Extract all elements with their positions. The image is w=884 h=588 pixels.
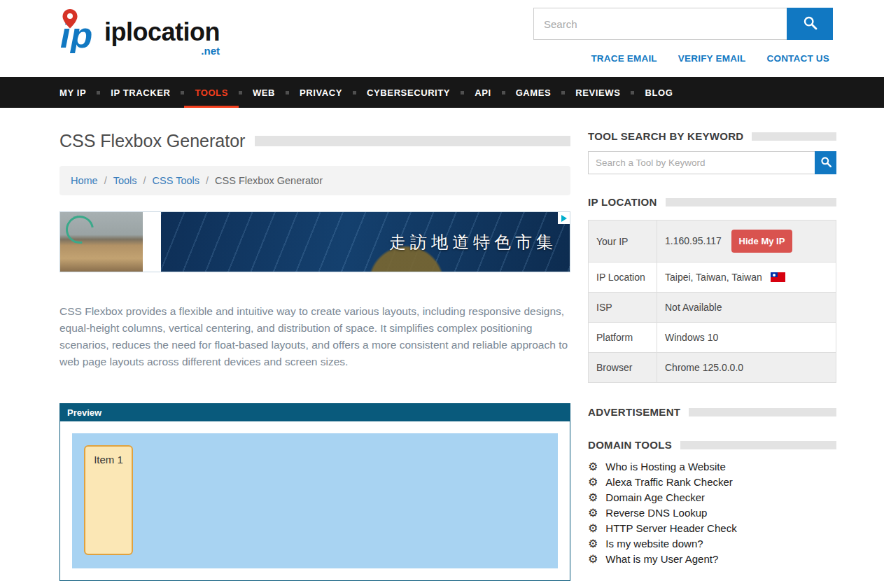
taiwan-flag-icon	[771, 272, 785, 282]
your-ip-value: 1.160.95.117	[665, 235, 722, 246]
nav-tools[interactable]: TOOLS	[184, 77, 239, 108]
title-row: CSS Flexbox Generator	[59, 131, 570, 151]
header-search-button[interactable]	[787, 8, 833, 40]
nav-cybersecurity[interactable]: CYBERSECURITY	[356, 77, 461, 108]
row-value: Not Available	[657, 293, 836, 323]
breadcrumb-tools[interactable]: Tools	[113, 175, 137, 186]
heading-decoration-bar	[680, 441, 836, 449]
header-search-input[interactable]	[533, 8, 787, 40]
search-icon	[820, 156, 832, 169]
domain-tool-item[interactable]: ⚙ Domain Age Checker	[588, 491, 836, 503]
domain-tool-item[interactable]: ⚙ Is my website down?	[588, 538, 836, 550]
nav-api[interactable]: API	[464, 77, 501, 108]
intro-paragraph: CSS Flexbox provides a flexible and intu…	[59, 303, 570, 370]
domain-tools-list: ⚙ Who is Hosting a Website ⚙ Alexa Traff…	[588, 461, 836, 565]
nav-web[interactable]: WEB	[242, 77, 286, 108]
trace-email-link[interactable]: TRACE EMAIL	[591, 53, 657, 64]
breadcrumb-separator: /	[206, 175, 209, 186]
row-label: Your IP	[589, 220, 657, 262]
content: CSS Flexbox Generator Home / Tools / CSS…	[0, 108, 884, 581]
domain-tools-heading-label: DOMAIN TOOLS	[588, 439, 672, 451]
header-search	[533, 8, 833, 40]
row-label: IP Location	[589, 262, 657, 293]
row-label: Browser	[589, 353, 657, 383]
site-header: ip iplocation.net TRACE EMAIL VERIFY EMA…	[0, 0, 884, 77]
adchoices-icon[interactable]	[558, 212, 570, 224]
table-row: Browser Chrome 125.0.0.0	[589, 353, 836, 383]
breadcrumb-separator: /	[104, 175, 107, 186]
hide-my-ip-button[interactable]: Hide My IP	[731, 230, 793, 253]
domain-tool-link[interactable]: Is my website down?	[605, 538, 703, 550]
domain-tool-link[interactable]: Domain Age Checker	[605, 491, 705, 503]
domain-tool-link[interactable]: Reverse DNS Lookup	[605, 507, 707, 519]
breadcrumb: Home / Tools / CSS Tools / CSS Flexbox G…	[59, 166, 570, 195]
main-nav: MY IP IP TRACKER TOOLS WEB PRIVACY CYBER…	[0, 77, 884, 108]
advertisement-heading: ADVERTISEMENT	[588, 406, 836, 418]
gear-icon: ⚙	[588, 507, 598, 519]
logo-text: iplocation.net	[104, 20, 220, 56]
domain-tool-link[interactable]: What is my User Agent?	[605, 553, 718, 565]
nav-privacy[interactable]: PRIVACY	[289, 77, 353, 108]
ip-location-value: Taipei, Taiwan, Taiwan	[665, 272, 762, 283]
logo[interactable]: ip iplocation.net	[59, 8, 220, 56]
tool-search-heading: TOOL SEARCH BY KEYWORD	[588, 130, 836, 142]
row-label: ISP	[589, 293, 657, 323]
domain-tool-item[interactable]: ⚙ Reverse DNS Lookup	[588, 507, 836, 519]
ad-gap	[143, 212, 161, 272]
preview-panel: Preview Item 1	[59, 403, 570, 581]
row-value: Windows 10	[657, 323, 836, 353]
breadcrumb-separator: /	[143, 175, 146, 186]
domain-tool-link[interactable]: Alexa Traffic Rank Checker	[605, 476, 732, 488]
table-row: Platform Windows 10	[589, 323, 836, 353]
gear-icon: ⚙	[588, 523, 598, 534]
breadcrumb-home[interactable]: Home	[71, 175, 98, 186]
advertisement-heading-label: ADVERTISEMENT	[588, 406, 680, 418]
domain-tools-heading: DOMAIN TOOLS	[588, 439, 836, 451]
gear-icon: ⚙	[588, 477, 598, 488]
domain-tool-item[interactable]: ⚙ Who is Hosting a Website	[588, 461, 836, 472]
domain-tool-link[interactable]: HTTP Server Header Check	[605, 522, 736, 534]
row-value: 1.160.95.117 Hide My IP	[657, 220, 836, 262]
preview-body: Item 1	[60, 421, 570, 580]
logo-name: iplocation	[104, 18, 220, 46]
domain-tool-item[interactable]: ⚙ What is my User Agent?	[588, 553, 836, 565]
table-row: IP Location Taipei, Taiwan, Taiwan	[589, 262, 836, 293]
gear-icon: ⚙	[588, 538, 598, 550]
ip-logo-pin-icon: ip	[59, 8, 103, 56]
header-links: TRACE EMAIL VERIFY EMAIL CONTACT US	[591, 53, 829, 64]
search-icon	[803, 15, 818, 32]
domain-tool-item[interactable]: ⚙ HTTP Server Header Check	[588, 522, 836, 534]
gear-icon: ⚙	[588, 554, 598, 565]
breadcrumb-css-tools[interactable]: CSS Tools	[153, 175, 199, 186]
tool-search-heading-label: TOOL SEARCH BY KEYWORD	[588, 130, 743, 142]
main-column: CSS Flexbox Generator Home / Tools / CSS…	[59, 108, 570, 581]
page-title: CSS Flexbox Generator	[59, 131, 245, 151]
ad-image-right: 走訪地道特色市集	[161, 212, 570, 272]
flex-item-1: Item 1	[84, 445, 133, 555]
gear-icon: ⚙	[588, 492, 598, 503]
preview-panel-header: Preview	[60, 404, 570, 421]
ip-location-heading: IP LOCATION	[588, 196, 836, 208]
nav-ip-tracker[interactable]: IP TRACKER	[100, 77, 181, 108]
logo-tld: .net	[201, 46, 220, 56]
domain-tool-item[interactable]: ⚙ Alexa Traffic Rank Checker	[588, 476, 836, 488]
heading-decoration-bar	[689, 408, 836, 416]
domain-tool-link[interactable]: Who is Hosting a Website	[605, 461, 725, 472]
tool-search-input[interactable]	[588, 151, 815, 174]
ip-location-heading-label: IP LOCATION	[588, 196, 657, 208]
table-row: ISP Not Available	[589, 293, 836, 323]
title-decoration-bar	[255, 136, 570, 146]
nav-my-ip[interactable]: MY IP	[59, 77, 97, 108]
nav-games[interactable]: GAMES	[505, 77, 562, 108]
nav-blog[interactable]: BLOG	[634, 77, 683, 108]
tool-search-button[interactable]	[815, 151, 836, 174]
ad-banner[interactable]: 走訪地道特色市集	[59, 211, 570, 272]
flexbox-preview-container: Item 1	[72, 433, 558, 568]
nav-reviews[interactable]: REVIEWS	[565, 77, 631, 108]
tool-search	[588, 151, 836, 174]
ad-image-left	[60, 212, 143, 272]
breadcrumb-current: CSS Flexbox Generator	[215, 175, 323, 186]
row-label: Platform	[589, 323, 657, 353]
verify-email-link[interactable]: VERIFY EMAIL	[678, 53, 746, 64]
contact-us-link[interactable]: CONTACT US	[767, 53, 830, 64]
